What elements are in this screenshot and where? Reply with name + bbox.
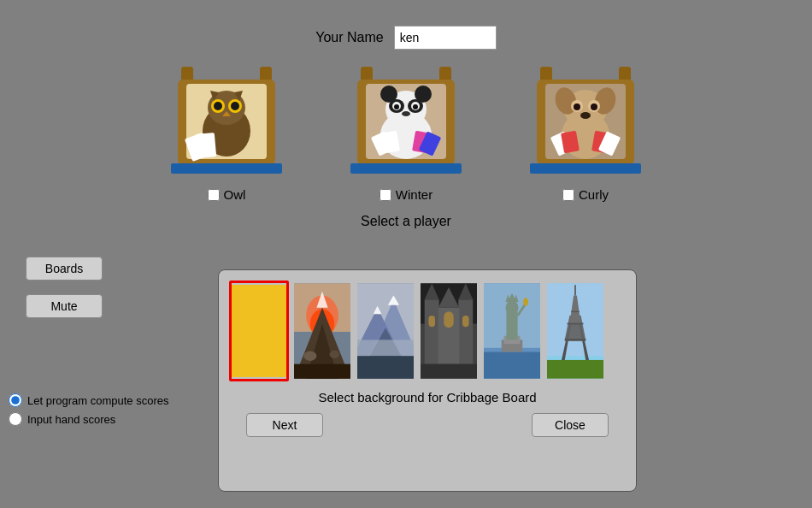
- manual-score-radio[interactable]: [9, 412, 22, 426]
- svg-point-30: [402, 111, 410, 116]
- board-thumb-yellow[interactable]: [229, 281, 289, 381]
- board-thumb-eiffel[interactable]: [545, 281, 605, 381]
- svg-rect-88: [484, 352, 540, 379]
- auto-score-radio[interactable]: [9, 393, 22, 407]
- svg-point-8: [214, 102, 222, 110]
- svg-rect-70: [357, 340, 414, 356]
- winter-checkbox-row: Winter: [380, 187, 432, 202]
- players-area: Owl: [0, 67, 812, 202]
- curly-checkbox-row: Curly: [562, 187, 609, 202]
- board-dialog: Select background for Cribbage Board Nex…: [218, 269, 637, 492]
- auto-score-row: Let program compute scores: [9, 393, 168, 407]
- svg-point-47: [591, 103, 597, 110]
- player-owl: Owl: [171, 67, 282, 202]
- your-name-label: Your Name: [315, 30, 383, 45]
- board-thumb-mountain[interactable]: [356, 281, 415, 381]
- svg-rect-54: [232, 285, 286, 377]
- svg-point-64: [329, 351, 338, 358]
- curly-checkbox[interactable]: [562, 189, 574, 201]
- svg-rect-35: [350, 163, 462, 174]
- svg-rect-83: [462, 316, 469, 327]
- board-thumb-statue[interactable]: [482, 281, 542, 381]
- winter-chair-svg: [350, 67, 462, 182]
- svg-rect-77: [458, 299, 473, 363]
- svg-rect-53: [530, 163, 641, 174]
- svg-rect-85: [421, 364, 477, 379]
- curly-chair-svg: [530, 67, 641, 182]
- svg-point-48: [580, 112, 591, 119]
- board-thumb-volcano[interactable]: [292, 281, 352, 381]
- svg-rect-91: [506, 311, 517, 340]
- svg-rect-82: [428, 316, 435, 327]
- svg-rect-76: [425, 299, 439, 363]
- name-input[interactable]: [394, 26, 497, 50]
- owl-label: Owl: [224, 187, 246, 202]
- manual-score-row: Input hand scores: [9, 412, 168, 426]
- mute-button[interactable]: Mute: [26, 294, 103, 318]
- svg-point-29: [413, 104, 418, 109]
- radio-area: Let program compute scores Input hand sc…: [9, 393, 168, 431]
- winter-label: Winter: [396, 187, 432, 202]
- manual-score-label: Input hand scores: [27, 413, 115, 426]
- auto-score-label: Let program compute scores: [27, 394, 168, 407]
- curly-label: Curly: [579, 187, 609, 202]
- owl-checkbox[interactable]: [208, 189, 220, 201]
- svg-rect-14: [196, 133, 216, 158]
- svg-point-92: [505, 300, 518, 315]
- svg-rect-62: [294, 364, 350, 379]
- player-winter: Winter: [350, 67, 462, 202]
- boards-button[interactable]: Boards: [26, 257, 103, 281]
- owl-chair-svg: [171, 67, 282, 182]
- next-button[interactable]: Next: [246, 413, 323, 437]
- svg-point-9: [231, 102, 239, 110]
- select-player-label: Select a player: [0, 214, 812, 229]
- svg-rect-100: [547, 360, 603, 379]
- svg-point-97: [523, 298, 528, 305]
- owl-checkbox-row: Owl: [208, 187, 246, 202]
- svg-rect-84: [444, 311, 453, 328]
- svg-point-28: [394, 104, 399, 109]
- svg-rect-15: [171, 163, 282, 174]
- svg-rect-73: [357, 356, 414, 378]
- board-dialog-buttons: Next Close: [229, 413, 626, 437]
- sidebar: Boards Mute: [26, 257, 103, 318]
- board-thumb-cathedral[interactable]: [419, 281, 479, 381]
- board-dialog-label: Select background for Cribbage Board: [229, 390, 626, 405]
- winter-checkbox[interactable]: [380, 189, 391, 201]
- svg-point-46: [574, 103, 580, 110]
- svg-point-63: [303, 351, 316, 361]
- player-curly: Curly: [530, 67, 641, 202]
- board-images-row: [229, 281, 626, 381]
- close-button[interactable]: Close: [532, 413, 609, 437]
